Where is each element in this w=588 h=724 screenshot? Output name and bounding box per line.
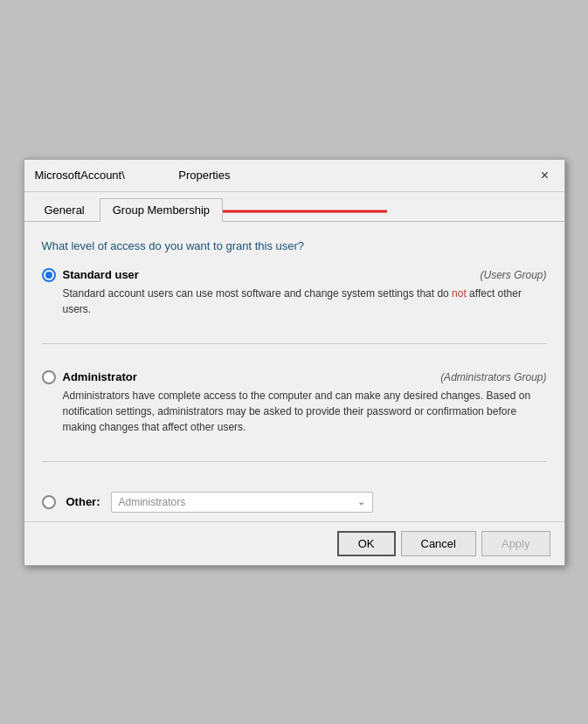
- tab-area: General Group Membership: [24, 192, 564, 222]
- option-administrator: Administrator (Administrators Group) Adm…: [42, 370, 547, 435]
- option-administrator-header: Administrator (Administrators Group): [42, 370, 547, 384]
- option-other-label: Other:: [66, 495, 100, 508]
- option-standard-left: Standard user: [42, 268, 139, 282]
- tab-group-membership-label: Group Membership: [113, 203, 210, 217]
- option-administrator-label: Administrator: [63, 370, 137, 383]
- access-question: What level of access do you want to gran…: [42, 239, 547, 252]
- option-standard-description: Standard account users can use most soft…: [63, 286, 547, 317]
- tab-group-membership[interactable]: Group Membership: [100, 198, 223, 222]
- option-group: Standard user (Users Group) Standard acc…: [42, 268, 547, 513]
- title-properties: Properties: [178, 169, 230, 182]
- option-other-row: Other: Administrators ⌄: [42, 492, 547, 513]
- properties-dialog: MicrosoftAccount\ Properties × General G…: [24, 159, 565, 566]
- dialog-title: MicrosoftAccount\ Properties: [35, 169, 231, 182]
- tab-bar: General Group Membership: [24, 192, 564, 222]
- dropdown-value: Administrators: [119, 496, 186, 508]
- option-administrator-left: Administrator: [42, 370, 137, 384]
- option-administrator-description: Administrators have complete access to t…: [63, 388, 547, 435]
- dropdown-arrow-icon: ⌄: [357, 496, 365, 507]
- option-standard-group: (Users Group): [480, 269, 546, 281]
- title-bar: MicrosoftAccount\ Properties ×: [24, 160, 564, 192]
- description-highlight: not: [452, 287, 467, 300]
- radio-standard[interactable]: [42, 268, 56, 282]
- dialog-footer: OK Cancel Apply: [24, 521, 564, 565]
- close-button[interactable]: ×: [536, 167, 554, 184]
- divider-2: [42, 461, 547, 462]
- option-standard: Standard user (Users Group) Standard acc…: [42, 268, 547, 317]
- option-administrator-group: (Administrators Group): [440, 371, 546, 383]
- title-account: MicrosoftAccount\: [35, 169, 125, 182]
- tab-general[interactable]: General: [31, 198, 98, 222]
- radio-administrator[interactable]: [42, 370, 56, 384]
- dialog-content: What level of access do you want to gran…: [24, 222, 564, 521]
- divider-1: [42, 343, 547, 344]
- tab-general-label: General: [45, 203, 85, 217]
- cancel-button[interactable]: Cancel: [401, 531, 476, 556]
- other-dropdown[interactable]: Administrators ⌄: [111, 492, 373, 513]
- option-standard-label: Standard user: [63, 268, 139, 281]
- option-standard-header: Standard user (Users Group): [42, 268, 547, 282]
- ok-button[interactable]: OK: [337, 531, 396, 556]
- apply-button[interactable]: Apply: [481, 531, 550, 556]
- radio-other[interactable]: [42, 495, 56, 509]
